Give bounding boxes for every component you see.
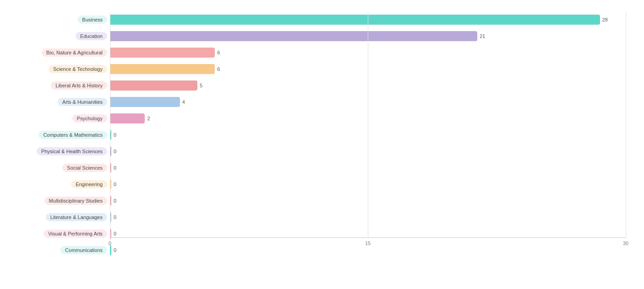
- bar-track: 0: [110, 163, 635, 173]
- bar-track: 0: [110, 212, 635, 222]
- bar-fill: [110, 113, 145, 123]
- bar-row: Arts & Humanities4: [9, 94, 635, 110]
- bar-label-pill: Multidisciplinary Studies: [44, 197, 107, 205]
- bar-track: 28: [110, 15, 635, 25]
- bar-value: 28: [602, 17, 608, 22]
- chart-area: Business28Education21Bio, Nature & Agric…: [9, 12, 635, 252]
- bar-value: 0: [114, 198, 116, 203]
- bar-fill: [110, 97, 180, 107]
- bar-label-pill: Liberal Arts & History: [51, 81, 107, 90]
- x-tick: 0: [109, 241, 111, 246]
- bar-track: 0: [110, 130, 635, 140]
- bar-value: 0: [114, 149, 116, 154]
- bar-value: 2: [147, 116, 150, 121]
- bar-fill: [110, 130, 111, 140]
- bar-fill: [110, 146, 111, 156]
- bar-value: 4: [182, 99, 185, 105]
- bar-label-pill: Visual & Performing Arts: [44, 230, 107, 238]
- bar-label-pill: Business: [77, 16, 107, 24]
- chart-container: Business28Education21Bio, Nature & Agric…: [0, 0, 644, 289]
- bar-row: Visual & Performing Arts0: [9, 226, 635, 241]
- bar-label: Engineering: [9, 180, 110, 188]
- bar-row: Social Sciences0: [9, 160, 635, 176]
- bar-label-pill: Computers & Mathematics: [38, 131, 107, 139]
- bar-fill: [110, 64, 215, 74]
- bar-label: Physical & Health Sciences: [9, 147, 110, 155]
- bar-label: Literature & Languages: [9, 213, 110, 221]
- bar-row: Education21: [9, 28, 635, 44]
- bar-label-pill: Literature & Languages: [46, 213, 107, 221]
- bar-value: 21: [480, 33, 485, 39]
- bar-row: Liberal Arts & History5: [9, 78, 635, 93]
- bar-row: Psychology2: [9, 111, 635, 126]
- bar-track: 0: [110, 196, 635, 206]
- x-tick: 15: [365, 241, 371, 246]
- bar-value: 6: [217, 66, 220, 72]
- bar-label: Social Sciences: [9, 164, 110, 172]
- bar-label-pill: Engineering: [71, 180, 107, 188]
- bar-label-pill: Communications: [60, 246, 107, 254]
- bar-label: Communications: [9, 246, 110, 254]
- bar-label-pill: Social Sciences: [62, 164, 107, 172]
- bar-label: Business: [9, 16, 110, 24]
- bar-label-pill: Psychology: [72, 114, 107, 123]
- bar-track: 21: [110, 31, 635, 41]
- bar-label: Psychology: [9, 114, 110, 123]
- bar-label-pill: Science & Technology: [49, 65, 107, 73]
- bar-track: 4: [110, 97, 635, 107]
- bar-label: Bio, Nature & Agricultural: [9, 48, 110, 57]
- bar-track: 6: [110, 48, 635, 58]
- bar-fill: [110, 163, 111, 173]
- bar-value: 0: [114, 182, 116, 187]
- bar-label: Multidisciplinary Studies: [9, 197, 110, 205]
- bar-track: 0: [110, 179, 635, 189]
- bar-row: Physical & Health Sciences0: [9, 144, 635, 159]
- bar-label-pill: Physical & Health Sciences: [37, 147, 107, 155]
- bar-row: Science & Technology6: [9, 61, 635, 77]
- bar-label: Arts & Humanities: [9, 98, 110, 106]
- bar-row: Computers & Mathematics0: [9, 127, 635, 143]
- bar-label: Liberal Arts & History: [9, 81, 110, 90]
- bar-value: 0: [114, 132, 116, 138]
- bar-row: Bio, Nature & Agricultural6: [9, 45, 635, 60]
- bar-value: 6: [217, 50, 220, 55]
- bar-label-pill: Bio, Nature & Agricultural: [42, 48, 107, 57]
- bar-fill: [110, 80, 197, 91]
- bar-label: Science & Technology: [9, 65, 110, 73]
- bar-row: Engineering0: [9, 177, 635, 192]
- bars-section: Business28Education21Bio, Nature & Agric…: [9, 12, 635, 238]
- bar-value: 0: [114, 214, 116, 220]
- bar-fill: [110, 196, 111, 206]
- bar-value: 0: [114, 165, 116, 171]
- bar-fill: [110, 15, 600, 25]
- bar-fill: [110, 31, 477, 41]
- bar-fill: [110, 179, 111, 189]
- x-axis: 01530: [110, 241, 626, 252]
- bar-label: Computers & Mathematics: [9, 131, 110, 139]
- x-axis-line: [110, 237, 626, 238]
- bar-track: 5: [110, 80, 635, 91]
- bar-row: Literature & Languages0: [9, 209, 635, 225]
- bar-track: 6: [110, 64, 635, 74]
- bar-label: Education: [9, 32, 110, 40]
- bar-row: Multidisciplinary Studies0: [9, 193, 635, 209]
- bar-row: Business28: [9, 12, 635, 27]
- bar-label-pill: Education: [76, 32, 107, 40]
- bar-value: 5: [200, 83, 202, 88]
- bar-track: 0: [110, 146, 635, 156]
- bar-fill: [110, 48, 215, 58]
- x-tick: 30: [623, 241, 628, 246]
- bar-value: 0: [114, 231, 116, 236]
- bar-label-pill: Arts & Humanities: [58, 98, 107, 106]
- bar-track: 2: [110, 113, 635, 123]
- bar-label: Visual & Performing Arts: [9, 230, 110, 238]
- bar-fill: [110, 212, 111, 222]
